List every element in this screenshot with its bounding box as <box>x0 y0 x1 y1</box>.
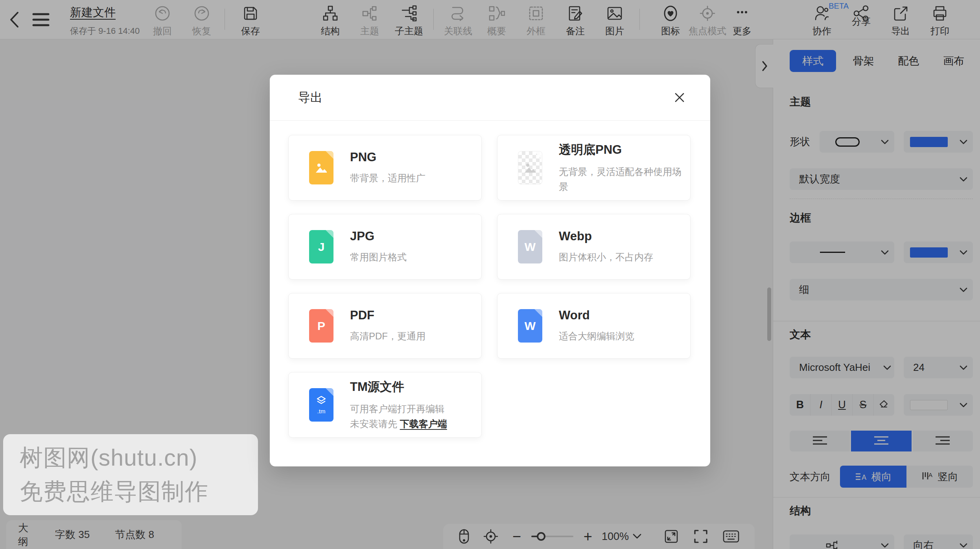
image-glyph-icon <box>314 161 328 175</box>
png-file-icon <box>309 151 333 184</box>
export-options-grid: PNG 带背景，适用性广 透明底PNG 无背景，灵活适配各种使用场景 J JPG… <box>270 121 710 438</box>
jpg-file-icon: J <box>309 230 333 263</box>
tm-file-icon: .tm <box>309 388 333 422</box>
webp-file-icon: W <box>518 230 542 263</box>
option-desc: 无背景，灵活适配各种使用场景 <box>559 164 690 194</box>
export-option-webp[interactable]: W Webp 图片体积小，不占内存 <box>497 214 691 280</box>
export-option-word[interactable]: W Word 适合大纲编辑浏览 <box>497 293 691 359</box>
export-option-pdf[interactable]: P PDF 高清PDF，更通用 <box>288 293 482 359</box>
option-title: PNG <box>350 150 426 164</box>
word-file-icon: W <box>518 309 542 343</box>
site-watermark: 树图网(shutu.cn) 免费思维导图制作 <box>3 434 258 515</box>
option-desc: 高清PDF，更通用 <box>350 329 426 344</box>
image-glyph-icon <box>523 161 537 175</box>
download-client-link[interactable]: 下载客户端 <box>400 418 447 429</box>
option-desc: 可用客户端打开再编辑 未安装请先 下载客户端 <box>350 402 447 431</box>
export-option-jpg[interactable]: J JPG 常用图片格式 <box>288 214 482 280</box>
close-icon <box>674 92 685 103</box>
watermark-line2: 免费思维导图制作 <box>20 475 241 508</box>
export-option-transparent-png[interactable]: 透明底PNG 无背景，灵活适配各种使用场景 <box>497 135 691 201</box>
export-option-png[interactable]: PNG 带背景，适用性广 <box>288 135 482 201</box>
option-desc: 适合大纲编辑浏览 <box>559 329 634 344</box>
option-title: 透明底PNG <box>559 142 690 158</box>
watermark-line1: 树图网(shutu.cn) <box>20 441 241 475</box>
option-title: Webp <box>559 229 653 243</box>
option-desc: 带背景，适用性广 <box>350 171 426 186</box>
option-title: JPG <box>350 229 407 243</box>
export-option-tm[interactable]: .tm TM源文件 可用客户端打开再编辑 未安装请先 下载客户端 <box>288 372 482 438</box>
pdf-file-icon: P <box>309 309 333 343</box>
export-dialog-header: 导出 <box>270 75 710 121</box>
close-button[interactable] <box>671 89 688 106</box>
option-title: Word <box>559 308 634 322</box>
option-title: PDF <box>350 308 426 322</box>
export-dialog: 导出 PNG 带背景，适用性广 透明底PNG 无背景，灵活适配各种使用场景 <box>270 75 710 466</box>
export-dialog-title: 导出 <box>298 89 322 106</box>
option-desc: 常用图片格式 <box>350 250 407 265</box>
option-title: TM源文件 <box>350 379 447 395</box>
transparent-png-file-icon <box>518 151 542 184</box>
tm-logo-icon <box>316 395 326 405</box>
option-desc: 图片体积小，不占内存 <box>559 250 653 265</box>
